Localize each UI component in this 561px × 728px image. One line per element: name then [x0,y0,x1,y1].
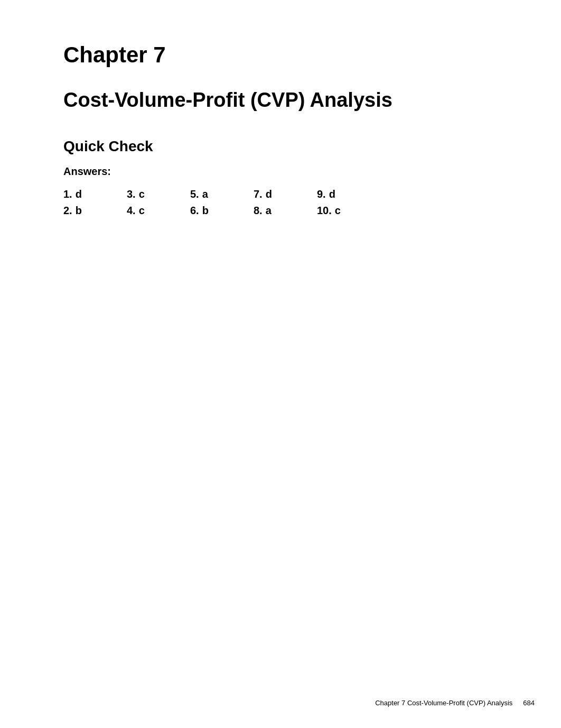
answer-4-letter: c [139,205,145,217]
answer-9-letter: d [329,188,335,200]
answer-8: 8. a [254,205,317,217]
answer-3-number: 3. [127,188,136,200]
answer-9: 9. d [317,188,380,200]
answer-6-number: 6. [190,205,199,217]
answer-2: 2. b [63,205,127,217]
answer-1-number: 1. [63,188,72,200]
answer-2-number: 2. [63,205,72,217]
footer-page-number: 684 [523,699,535,707]
answer-2-letter: b [76,205,82,217]
answer-10-number: 10. [317,205,332,217]
answer-1-letter: d [76,188,82,200]
answer-10-letter: c [335,205,341,217]
answer-9-number: 9. [317,188,326,200]
answer-4: 4. c [127,205,190,217]
chapter-title: Chapter 7 [63,42,498,68]
answer-8-letter: a [266,205,272,217]
answer-3-letter: c [139,188,145,200]
page-footer: Chapter 7 Cost-Volume-Profit (CVP) Analy… [0,699,561,707]
answer-5-letter: a [202,188,208,200]
answer-7-letter: d [266,188,272,200]
answer-10: 10. c [317,205,380,217]
footer-chapter-text: Chapter 7 Cost-Volume-Profit (CVP) Analy… [375,699,512,707]
section-title: Cost-Volume-Profit (CVP) Analysis [63,89,498,112]
answer-6-letter: b [202,205,209,217]
answers-grid: 1. d 3. c 5. a 7. d 9. d 2. b 4. c 6. [63,188,498,217]
answer-5-number: 5. [190,188,199,200]
answer-5: 5. a [190,188,254,200]
answer-3: 3. c [127,188,190,200]
answer-4-number: 4. [127,205,136,217]
answer-8-number: 8. [254,205,263,217]
answer-1: 1. d [63,188,127,200]
answers-label: Answers: [63,165,498,178]
answer-7-number: 7. [254,188,263,200]
answer-6: 6. b [190,205,254,217]
quick-check-heading: Quick Check [63,138,498,155]
answer-7: 7. d [254,188,317,200]
